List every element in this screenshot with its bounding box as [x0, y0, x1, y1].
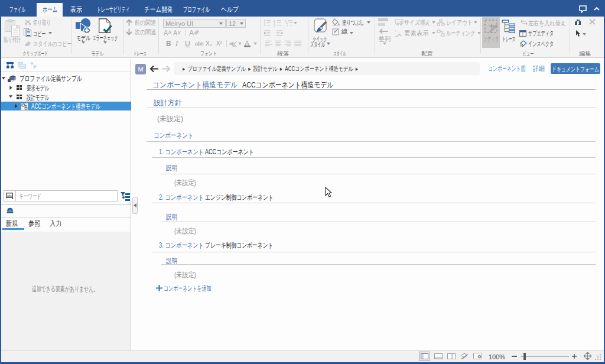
svg-text:くコ: くコ	[396, 20, 402, 24]
svg-text:3: 3	[274, 24, 275, 27]
svg-text:abc: abc	[7, 194, 12, 197]
svg-text:i: i	[287, 24, 288, 27]
